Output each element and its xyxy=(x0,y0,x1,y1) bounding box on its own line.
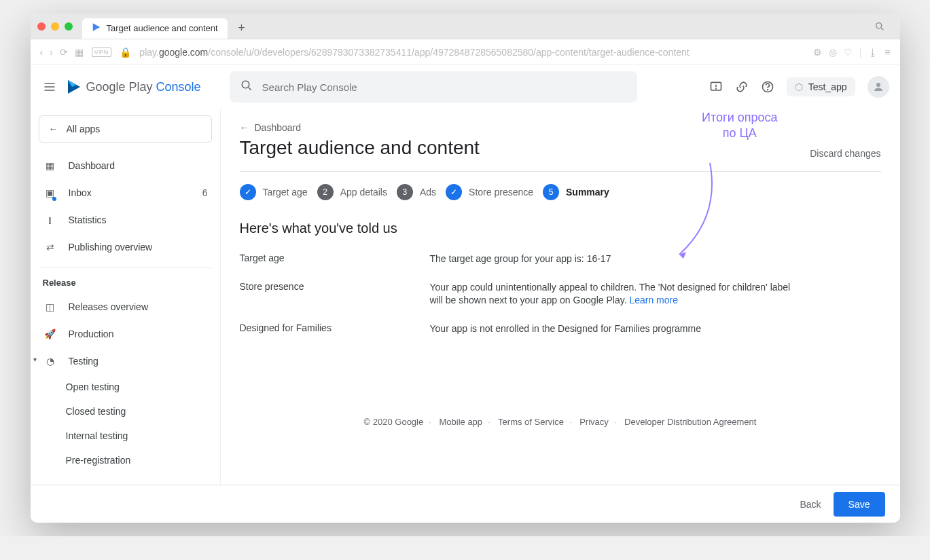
release-section-label: Release xyxy=(39,278,212,288)
summary-row-target-age: Target age The target age group for your… xyxy=(240,253,881,266)
back-button[interactable]: Back xyxy=(800,499,821,510)
back-icon[interactable]: ‹ xyxy=(40,47,43,58)
testing-icon: ◔ xyxy=(43,356,58,367)
close-window-button[interactable] xyxy=(37,22,46,31)
step-app-details[interactable]: 2App details xyxy=(317,184,387,200)
heart-icon[interactable]: ♡ xyxy=(844,47,853,58)
lock-icon: 🔒 xyxy=(120,47,131,58)
summary-subtitle: Here's what you've told us xyxy=(240,221,881,236)
check-icon: ✓ xyxy=(240,184,256,200)
dashboard-icon: ▦ xyxy=(43,160,58,171)
step-store-presence[interactable]: ✓Store presence xyxy=(446,184,533,200)
arrow-left-icon: ← xyxy=(49,124,58,134)
releases-icon: ◫ xyxy=(43,301,58,312)
sidebar-item-dashboard[interactable]: ▦ Dashboard xyxy=(39,152,212,179)
play-console-logo[interactable]: Google Play Console xyxy=(66,79,201,95)
sidebar: ← All apps ▦ Dashboard ▣ Inbox 6 ⫿ Stati… xyxy=(31,109,221,485)
learn-more-link[interactable]: Learn more xyxy=(629,295,678,305)
svg-point-8 xyxy=(242,81,249,88)
footer-link-terms[interactable]: Terms of Service xyxy=(498,417,564,427)
url-text[interactable]: play.google.com/console/u/0/developers/6… xyxy=(139,47,804,58)
browser-tab[interactable]: Target audience and content xyxy=(82,18,228,39)
camera-icon[interactable]: ◎ xyxy=(829,47,837,58)
search-icon xyxy=(240,79,253,94)
production-icon: 🚀 xyxy=(43,329,58,339)
step-ads[interactable]: 3Ads xyxy=(397,184,436,200)
search-input[interactable] xyxy=(262,81,626,93)
arrow-left-icon: ← xyxy=(240,122,249,133)
new-tab-button[interactable]: + xyxy=(232,18,252,39)
annotation-arrow-icon xyxy=(669,156,730,265)
app-topbar: Google Play Console ⬡ Test_app xyxy=(31,65,900,109)
footer-link-privacy[interactable]: Privacy xyxy=(579,417,609,427)
check-icon: ✓ xyxy=(446,184,462,200)
download-icon[interactable]: ⭳ xyxy=(868,47,878,58)
feedback-icon[interactable] xyxy=(709,80,723,94)
svg-point-1 xyxy=(876,22,881,28)
browser-url-bar: ‹ › ⟳ ▦ VPN 🔒 play.google.com/console/u/… xyxy=(31,39,900,65)
summary-row-store-presence: Store presence Your app could unintentio… xyxy=(240,281,881,307)
step-target-age[interactable]: ✓Target age xyxy=(240,184,308,200)
macos-titlebar: Target audience and content + xyxy=(31,14,900,39)
sidebar-item-production[interactable]: 🚀 Production xyxy=(39,320,212,348)
vpn-badge: VPN xyxy=(92,48,112,57)
hamburger-menu-icon[interactable] xyxy=(41,79,58,95)
browser-menu-icon[interactable]: ≡ xyxy=(884,47,890,58)
forward-icon[interactable]: › xyxy=(50,47,53,58)
search-box[interactable] xyxy=(230,71,637,102)
svg-marker-0 xyxy=(92,23,100,31)
android-icon: ⬡ xyxy=(795,81,803,92)
app-selector[interactable]: ⬡ Test_app xyxy=(787,77,855,96)
user-avatar[interactable] xyxy=(868,76,889,98)
bottom-action-bar: Back Save xyxy=(31,485,900,523)
svg-line-2 xyxy=(881,28,883,30)
stepper: ✓Target age 2App details 3Ads ✓Store pre… xyxy=(240,184,881,200)
publishing-icon: ⇄ xyxy=(43,242,58,253)
sidebar-item-open-testing[interactable]: Open testing xyxy=(39,375,212,399)
footer-link-mobile-app[interactable]: Mobile app xyxy=(439,417,482,427)
summary-row-designed-for-families: Designed for Families Your app is not en… xyxy=(240,322,881,336)
page-footer: © 2020 Google· Mobile app· Terms of Serv… xyxy=(240,417,881,427)
footer-link-dda[interactable]: Developer Distribution Agreement xyxy=(624,417,756,427)
main-content: ← Dashboard Target audience and content … xyxy=(221,109,900,485)
back-to-dashboard-link[interactable]: ← Dashboard xyxy=(240,122,881,133)
minimize-window-button[interactable] xyxy=(51,22,59,31)
grid-icon[interactable]: ▦ xyxy=(75,47,84,58)
svg-point-14 xyxy=(767,90,768,90)
svg-point-15 xyxy=(876,83,880,87)
sidebar-item-publishing[interactable]: ⇄ Publishing overview xyxy=(39,234,212,261)
sidebar-item-testing[interactable]: ◔ Testing xyxy=(39,348,212,375)
sidebar-item-releases-overview[interactable]: ◫ Releases overview xyxy=(39,293,212,320)
svg-point-12 xyxy=(715,88,716,89)
search-tabs-icon[interactable] xyxy=(873,20,887,33)
discard-changes-button[interactable]: Discard changes xyxy=(810,148,880,159)
reload-icon[interactable]: ⟳ xyxy=(60,47,68,58)
save-button[interactable]: Save xyxy=(834,492,885,517)
sidebar-item-statistics[interactable]: ⫿ Statistics xyxy=(39,206,212,234)
chevron-down-icon[interactable]: ▾ xyxy=(33,356,37,363)
sidebar-item-inbox[interactable]: ▣ Inbox 6 xyxy=(39,179,212,206)
annotation-text: Итоги опроса по ЦА xyxy=(702,110,777,142)
statistics-icon: ⫿ xyxy=(43,214,58,225)
link-icon[interactable] xyxy=(735,80,749,94)
wand-icon[interactable]: ⚙ xyxy=(813,47,822,58)
all-apps-button[interactable]: ← All apps xyxy=(39,115,212,143)
sidebar-item-internal-testing[interactable]: Internal testing xyxy=(39,424,212,448)
maximize-window-button[interactable] xyxy=(65,22,73,31)
play-favicon-icon xyxy=(92,22,101,34)
sidebar-item-pre-registration[interactable]: Pre-registration xyxy=(39,448,212,472)
notification-dot-icon xyxy=(52,197,56,201)
sidebar-item-closed-testing[interactable]: Closed testing xyxy=(39,399,212,424)
tab-title: Target audience and content xyxy=(107,23,218,33)
page-title: Target audience and content xyxy=(240,137,480,159)
step-summary[interactable]: 5Summary xyxy=(543,184,609,200)
help-icon[interactable] xyxy=(761,80,774,94)
svg-line-9 xyxy=(249,88,251,90)
